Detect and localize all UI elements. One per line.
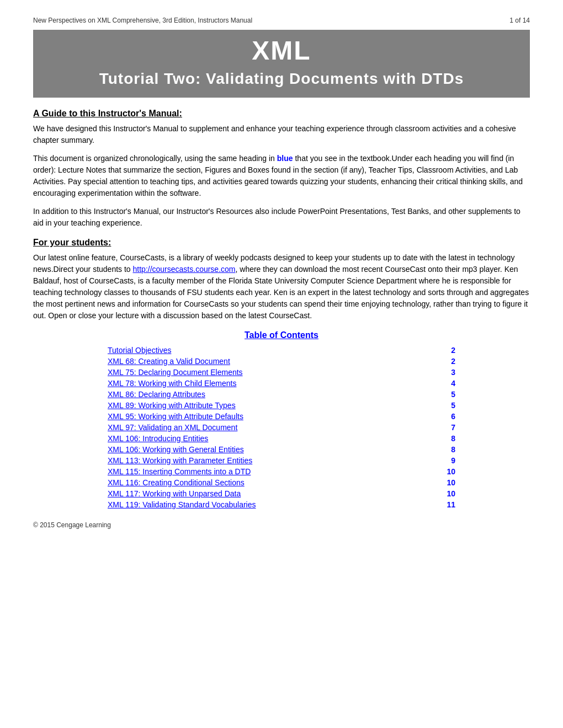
toc-row: XML 115: Inserting Comments into a DTD10	[108, 466, 455, 477]
toc-item-label[interactable]: XML 119: Validating Standard Vocabularie…	[108, 499, 436, 510]
students-section: For your students: Our latest online fea…	[33, 238, 530, 322]
toc-item-page: 10	[436, 488, 455, 499]
toc-item-label[interactable]: Tutorial Objectives	[108, 345, 436, 356]
guide-p2-blue: blue	[277, 154, 293, 163]
header-title: XML	[44, 35, 519, 66]
toc-item-page: 10	[436, 477, 455, 488]
toc-item-label[interactable]: XML 116: Creating Conditional Sections	[108, 477, 436, 488]
toc-row: XML 119: Validating Standard Vocabularie…	[108, 499, 455, 510]
top-bar: New Perspectives on XML Comprehensive, 3…	[33, 17, 530, 24]
toc-item-label[interactable]: XML 86: Declaring Attributes	[108, 389, 436, 400]
toc-row: XML 97: Validating an XML Document7	[108, 422, 455, 433]
toc-row: XML 75: Declaring Document Elements3	[108, 367, 455, 378]
toc-item-label[interactable]: XML 97: Validating an XML Document	[108, 422, 436, 433]
toc-item-label[interactable]: XML 68: Creating a Valid Document	[108, 356, 436, 367]
toc-item-page: 9	[436, 455, 455, 466]
toc-item-label[interactable]: XML 113: Working with Parameter Entities	[108, 455, 436, 466]
page-container: New Perspectives on XML Comprehensive, 3…	[0, 0, 563, 728]
toc-item-page: 5	[436, 389, 455, 400]
guide-section: A Guide to this Instructor's Manual: We …	[33, 109, 530, 229]
toc-item-page: 3	[436, 367, 455, 378]
toc-item-label[interactable]: XML 106: Introducing Entities	[108, 433, 436, 444]
toc-item-page: 5	[436, 400, 455, 411]
toc-item-page: 4	[436, 378, 455, 389]
toc-row: XML 89: Working with Attribute Types5	[108, 400, 455, 411]
toc-item-page: 7	[436, 422, 455, 433]
copyright: © 2015 Cengage Learning	[33, 521, 111, 529]
toc-item-label[interactable]: XML 117: Working with Unparsed Data	[108, 488, 436, 499]
toc-item-label[interactable]: XML 75: Declaring Document Elements	[108, 367, 436, 378]
top-bar-left: New Perspectives on XML Comprehensive, 3…	[33, 17, 252, 24]
guide-p2-before-blue: This document is organized chronological…	[33, 154, 277, 163]
toc-item-page: 10	[436, 466, 455, 477]
toc-row: XML 95: Working with Attribute Defaults6	[108, 411, 455, 422]
toc-row: XML 86: Declaring Attributes5	[108, 389, 455, 400]
toc-item-page: 2	[436, 356, 455, 367]
toc-table: Tutorial Objectives2XML 68: Creating a V…	[108, 345, 455, 510]
toc-row: XML 106: Introducing Entities8	[108, 433, 455, 444]
toc-row: XML 68: Creating a Valid Document2	[108, 356, 455, 367]
toc-item-label[interactable]: XML 89: Working with Attribute Types	[108, 400, 436, 411]
guide-paragraph3: In addition to this Instructor's Manual,…	[33, 206, 530, 229]
guide-heading: A Guide to this Instructor's Manual:	[33, 109, 530, 119]
guide-paragraph2: This document is organized chronological…	[33, 153, 530, 199]
top-bar-right: 1 of 14	[509, 17, 530, 24]
toc-item-page: 8	[436, 433, 455, 444]
toc-item-page: 11	[436, 499, 455, 510]
toc-row: XML 117: Working with Unparsed Data10	[108, 488, 455, 499]
footer: © 2015 Cengage Learning	[33, 521, 530, 529]
toc-row: XML 106: Working with General Entities8	[108, 444, 455, 455]
toc-row: XML 113: Working with Parameter Entities…	[108, 455, 455, 466]
guide-paragraph1: We have designed this Instructor's Manua…	[33, 123, 530, 146]
students-heading: For your students:	[33, 238, 530, 248]
header-subtitle: Tutorial Two: Validating Documents with …	[44, 70, 519, 88]
students-paragraph1: Our latest online feature, CourseCasts, …	[33, 252, 530, 322]
toc-heading[interactable]: Table of Contents	[33, 330, 530, 340]
toc-item-label[interactable]: XML 95: Working with Attribute Defaults	[108, 411, 436, 422]
toc-item-label[interactable]: XML 106: Working with General Entities	[108, 444, 436, 455]
toc-row: Tutorial Objectives2	[108, 345, 455, 356]
toc-section: Table of Contents Tutorial Objectives2XM…	[33, 330, 530, 510]
toc-item-page: 2	[436, 345, 455, 356]
toc-row: XML 78: Working with Child Elements4	[108, 378, 455, 389]
toc-item-label[interactable]: XML 115: Inserting Comments into a DTD	[108, 466, 436, 477]
toc-row: XML 116: Creating Conditional Sections10	[108, 477, 455, 488]
toc-item-page: 8	[436, 444, 455, 455]
coursecasts-link[interactable]: http://coursecasts.course.com	[133, 265, 236, 274]
toc-item-page: 6	[436, 411, 455, 422]
toc-item-label[interactable]: XML 78: Working with Child Elements	[108, 378, 436, 389]
header-box: XML Tutorial Two: Validating Documents w…	[33, 30, 530, 98]
